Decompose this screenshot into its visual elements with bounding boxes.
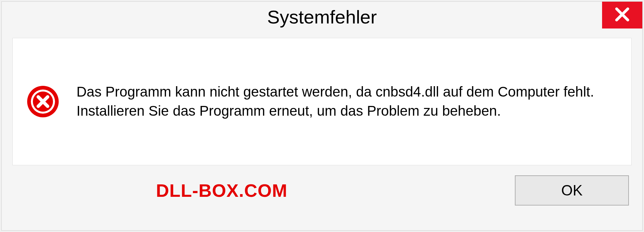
- close-icon: [614, 6, 631, 24]
- error-message: Das Programm kann nicht gestartet werden…: [76, 82, 618, 120]
- dialog-footer: DLL-BOX.COM OK: [2, 165, 642, 206]
- message-panel: Das Programm kann nicht gestartet werden…: [12, 38, 632, 165]
- watermark-text: DLL-BOX.COM: [156, 180, 287, 201]
- ok-button[interactable]: OK: [515, 175, 629, 206]
- titlebar: Systemfehler: [2, 2, 642, 32]
- error-icon: [26, 85, 60, 118]
- dialog-title: Systemfehler: [267, 6, 377, 28]
- close-button[interactable]: [602, 2, 642, 28]
- error-dialog: Systemfehler Das Programm kann nicht ges…: [1, 1, 643, 231]
